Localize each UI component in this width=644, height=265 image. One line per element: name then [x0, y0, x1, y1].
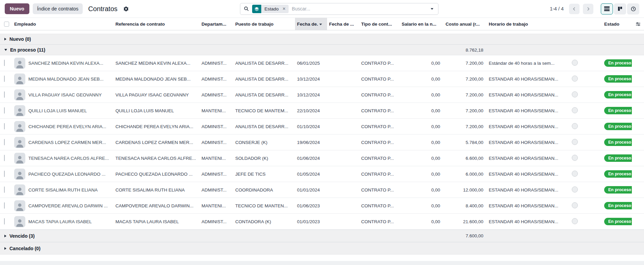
- cell-departamento: ADMINIST...: [199, 140, 233, 145]
- cell-activity: [561, 76, 595, 83]
- list-view-button[interactable]: [601, 3, 613, 14]
- employee-avatar: [14, 184, 25, 196]
- collapse-icon: [4, 49, 7, 51]
- select-all-checkbox[interactable]: [4, 22, 9, 27]
- activity-circle-icon[interactable]: [572, 171, 578, 177]
- group-row[interactable]: En proceso (11)8.762,18: [0, 45, 644, 55]
- col-referencia[interactable]: Referencia de contrato: [113, 22, 199, 27]
- cell-costo: 7.200,00: [444, 108, 487, 113]
- search-dropdown-caret-icon[interactable]: [431, 8, 433, 10]
- facet-label: Estado: [261, 5, 281, 13]
- table-row[interactable]: CARDENAS LOPEZ CARMEN MER...CARDENAS LOP…: [0, 135, 644, 150]
- cell-referencia: CHICHANDE PEREA EVELYN ARIA...: [113, 124, 199, 129]
- group-row[interactable]: Cancelado (0): [0, 242, 644, 255]
- activity-circle-icon[interactable]: [572, 186, 578, 193]
- employee-name: CHICHANDE PEREA EVELYN ARIA...: [28, 124, 106, 129]
- sort-desc-icon: [319, 24, 322, 25]
- col-estado[interactable]: Estado: [595, 22, 632, 27]
- table-row[interactable]: QUILLI LOJA LUIS MANUELQUILLI LOJA LUIS …: [0, 103, 644, 119]
- expand-icon: [4, 247, 6, 250]
- col-departamento[interactable]: Departam...: [199, 22, 233, 27]
- optional-columns-icon[interactable]: [632, 21, 644, 27]
- facet-remove-icon[interactable]: ✕: [282, 5, 289, 13]
- row-checkbox[interactable]: [4, 107, 5, 114]
- status-badge: En proceso: [604, 154, 632, 162]
- activity-circle-icon[interactable]: [572, 91, 578, 97]
- cell-tipo: CONTRATO P...: [359, 187, 400, 193]
- cell-empleado: MACAS TAPIA LAURA ISABEL: [12, 216, 113, 227]
- table-row[interactable]: SANCHEZ MEDINA KEVIN ALEXA...SANCHEZ MED…: [0, 55, 644, 71]
- status-badge: En proceso: [604, 170, 632, 178]
- activity-circle-icon[interactable]: [572, 60, 578, 66]
- group-label: Cancelado (0): [0, 246, 444, 251]
- group-row[interactable]: Vencido (3)7.600,00: [0, 230, 644, 242]
- activity-circle-icon[interactable]: [572, 202, 578, 208]
- row-checkbox[interactable]: [4, 202, 5, 209]
- cell-fecha-inicio: 01/06/2024: [295, 156, 327, 161]
- row-checkbox[interactable]: [4, 60, 5, 66]
- expand-icon: [4, 38, 6, 40]
- row-checkbox[interactable]: [4, 76, 5, 82]
- search-bar: Estado ✕: [240, 3, 438, 15]
- table-row[interactable]: CORTE SISALIMA RUTH ELIANACORTE SISALIMA…: [0, 182, 644, 198]
- employee-name: QUILLI LOJA LUIS MANUEL: [28, 108, 87, 113]
- kanban-view-button[interactable]: [614, 3, 626, 14]
- search-input[interactable]: [292, 6, 429, 11]
- search-facet-estado: Estado ✕: [252, 5, 288, 13]
- new-button[interactable]: Nuevo: [5, 3, 29, 14]
- activity-circle-icon[interactable]: [572, 155, 578, 161]
- cell-departamento: ADMINIST...: [199, 92, 233, 97]
- activity-circle-icon[interactable]: [572, 218, 578, 224]
- row-checkbox[interactable]: [4, 123, 5, 129]
- cell-fecha-inicio: 10/12/2024: [295, 77, 327, 82]
- pager-previous-button[interactable]: [569, 4, 580, 14]
- table-row[interactable]: TENESACA NAREA CARLOS ALFRE...TENESACA N…: [0, 150, 644, 166]
- row-checkbox[interactable]: [4, 155, 5, 161]
- employee-name: PACHECO QUEZADA LEONARDO ...: [28, 172, 106, 177]
- col-horario[interactable]: Horario de trabajo: [487, 22, 561, 27]
- control-panel: Nuevo Índice de contratos Contratos Esta…: [0, 0, 644, 18]
- activity-circle-icon[interactable]: [572, 107, 578, 113]
- row-checkbox[interactable]: [4, 171, 5, 177]
- table-row[interactable]: CHICHANDE PEREA EVELYN ARIA...CHICHANDE …: [0, 119, 644, 135]
- row-checkbox[interactable]: [4, 91, 5, 98]
- cell-costo: 6.000,00: [444, 172, 487, 177]
- row-checkbox[interactable]: [4, 186, 5, 193]
- pager-next-button[interactable]: [583, 4, 593, 14]
- col-costo[interactable]: Costo anual (r...: [444, 22, 487, 27]
- cell-horario: ESTANDAR 40 HORAS/SEMAN...: [487, 92, 561, 97]
- table-row[interactable]: CAMPOVERDE AREVALO DARWIN ...CAMPOVERDE …: [0, 198, 644, 214]
- employee-name: CORTE SISALIMA RUTH ELIANA: [28, 187, 98, 193]
- table-row[interactable]: MEDINA MALDONADO JEAN SEB...MEDINA MALDO…: [0, 71, 644, 87]
- employee-avatar: [14, 200, 25, 211]
- cell-puesto: ANALISTA DE DESARR...: [233, 124, 295, 129]
- activity-circle-icon[interactable]: [572, 76, 578, 82]
- activity-circle-icon[interactable]: [572, 139, 578, 145]
- cell-fecha-inicio: 01/06/2023: [295, 203, 327, 208]
- employee-avatar: [14, 121, 25, 132]
- cell-puesto: TECNICO DE MANTEM...: [233, 108, 295, 113]
- activity-view-button[interactable]: [627, 3, 639, 14]
- cell-puesto: JEFE DE TICS: [233, 172, 295, 177]
- cell-salario: 0,00: [400, 203, 444, 208]
- activity-circle-icon[interactable]: [572, 123, 578, 129]
- col-salario[interactable]: Salario en la n...: [400, 22, 444, 27]
- table-header-row: Empleado Referencia de contrato Departam…: [0, 18, 644, 30]
- table-row[interactable]: VILLA PAGUAY ISAAC GEOVANNYVILLA PAGUAY …: [0, 87, 644, 103]
- table-row[interactable]: PACHECO QUEZADA LEONARDO ...PACHECO QUEZ…: [0, 166, 644, 182]
- row-checkbox[interactable]: [4, 218, 5, 225]
- gear-icon[interactable]: [123, 6, 129, 12]
- col-fecha-fin[interactable]: Fecha de ...: [327, 22, 359, 27]
- col-tipo[interactable]: Tipo de cont...: [359, 22, 400, 27]
- col-puesto[interactable]: Puesto de trabajo: [233, 22, 295, 27]
- breadcrumb[interactable]: Índice de contratos: [33, 3, 83, 14]
- employee-name: MACAS TAPIA LAURA ISABEL: [28, 219, 92, 224]
- cell-estado: En proceso: [595, 186, 632, 194]
- group-row[interactable]: Nuevo (0): [0, 34, 644, 45]
- cell-puesto: TECNICO DE MANTEN...: [233, 203, 295, 208]
- table-row[interactable]: MACAS TAPIA LAURA ISABELMACAS TAPIA LAUR…: [0, 214, 644, 230]
- cell-referencia: QUILLI LOJA LUIS MANUEL: [113, 108, 199, 113]
- col-empleado[interactable]: Empleado: [12, 22, 113, 27]
- col-fecha-inicio[interactable]: Fecha de.: [295, 18, 327, 30]
- row-checkbox[interactable]: [4, 139, 5, 145]
